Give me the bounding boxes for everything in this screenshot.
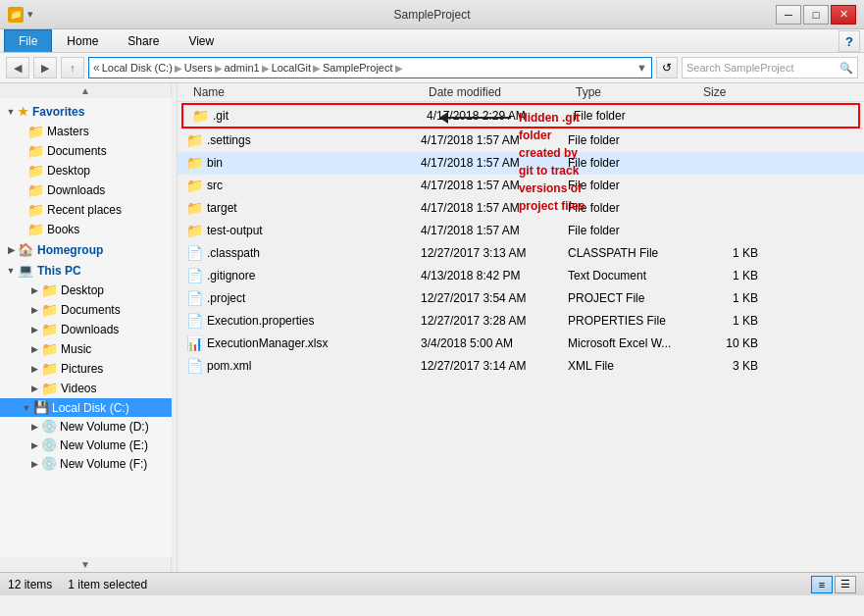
sidebar-item-downloads-fav[interactable]: 📁 Downloads [0, 180, 172, 200]
path-segment-localdisk[interactable]: Local Disk (C:) [102, 62, 173, 74]
file-row-target[interactable]: 📁 target 4/17/2018 1:57 AM File folder [178, 197, 864, 220]
maximize-button[interactable]: □ [803, 5, 829, 25]
sidebar-downloads-pc-label: Downloads [61, 323, 119, 336]
sidebar-newvol-e-label: New Volume (E:) [60, 438, 148, 452]
list-view-button[interactable]: ☰ [835, 576, 856, 593]
documents-fav-folder-icon: 📁 [27, 143, 44, 159]
file-row-gitignore[interactable]: 📄 .gitignore 4/13/2018 8:42 PM Text Docu… [178, 265, 864, 287]
sidebar-item-recent[interactable]: 📁 Recent places [0, 200, 172, 220]
path-segment-sampleproject[interactable]: SampleProject [323, 62, 393, 74]
homegroup-expand-icon: ▶ [4, 243, 18, 257]
file-row-bin[interactable]: 📁 bin 4/17/2018 1:57 AM File folder [178, 152, 864, 175]
localdisk-expand-icon: ▼ [20, 401, 33, 415]
sidebar-localdisk-label: Local Disk (C:) [52, 401, 129, 415]
sidebar-item-books[interactable]: 📁 Books [0, 220, 172, 239]
xlsx-type: Microsoft Excel W... [568, 336, 695, 350]
xlsx-modified: 3/4/2018 5:00 AM [421, 336, 568, 350]
item-count: 12 items [8, 578, 52, 591]
title-bar-controls: ─ □ ✕ [776, 5, 856, 25]
sidebar-item-newvol-f[interactable]: ▶ 💿 New Volume (F:) [0, 454, 172, 473]
file-row-testoutput[interactable]: 📁 test-output 4/17/2018 1:57 AM File fol… [178, 220, 864, 242]
project-type: PROJECT File [568, 291, 695, 305]
path-segment-admin1[interactable]: admin1 [225, 62, 260, 74]
col-header-modified[interactable]: Date modified [429, 85, 576, 99]
file-row-project[interactable]: 📄 .project 12/27/2017 3:54 AM PROJECT Fi… [178, 287, 864, 310]
src-type: File folder [568, 179, 695, 192]
refresh-button[interactable]: ↺ [656, 57, 678, 78]
path-segment-users[interactable]: Users [184, 62, 213, 74]
sidebar-item-localdisk[interactable]: ▼ 💾 Local Disk (C:) [0, 398, 172, 417]
sidebar-desktop-pc-label: Desktop [61, 283, 104, 297]
sidebar-item-documents-pc[interactable]: ▶ 📁 Documents [0, 300, 172, 320]
classpath-type: CLASSPATH File [568, 246, 695, 260]
file-row-xlsx[interactable]: 📊 ExecutionManager.xlsx 3/4/2018 5:00 AM… [178, 333, 864, 355]
file-row-classpath[interactable]: 📄 .classpath 12/27/2017 3:13 AM CLASSPAT… [178, 242, 864, 265]
file-row-src[interactable]: 📁 src 4/17/2018 1:57 AM File folder [178, 175, 864, 197]
favorites-star-icon: ★ [18, 105, 28, 119]
sidebar-section-favorites[interactable]: ▼ ★ Favorites [0, 102, 172, 122]
sidebar-item-documents-fav[interactable]: 📁 Documents [0, 141, 172, 161]
col-header-name[interactable]: Name [193, 85, 429, 99]
tab-file[interactable]: File [4, 29, 52, 52]
forward-button[interactable]: ▶ [33, 57, 57, 78]
newvol-d-expand-icon: ▶ [27, 420, 41, 434]
newvol-f-expand-icon: ▶ [27, 457, 41, 471]
sidebar-item-pictures[interactable]: ▶ 📁 Pictures [0, 359, 172, 379]
sidebar-item-newvol-e[interactable]: ▶ 💿 New Volume (E:) [0, 436, 172, 454]
close-button[interactable]: ✕ [831, 5, 856, 25]
back-button[interactable]: ◀ [6, 57, 29, 78]
tab-view[interactable]: View [174, 29, 229, 52]
src-filename: src [207, 179, 421, 192]
file-row-settings[interactable]: 📁 .settings 4/17/2018 1:57 AM File folde… [178, 129, 864, 152]
git-modified: 4/17/2018 2:29 AM [427, 109, 574, 123]
file-row-git[interactable]: 📁 .git 4/17/2018 2:29 AM File folder [181, 103, 860, 128]
address-path[interactable]: « Local Disk (C:) ▶ Users ▶ admin1 ▶ Loc… [88, 57, 652, 78]
sidebar-music-label: Music [61, 342, 91, 356]
sidebar-item-music[interactable]: ▶ 📁 Music [0, 339, 172, 359]
path-dropdown-icon[interactable]: ▼ [636, 62, 647, 74]
file-row-pom[interactable]: 📄 pom.xml 12/27/2017 3:14 AM XML File 3 … [178, 355, 864, 378]
videos-expand-icon: ▶ [27, 382, 41, 395]
sidebar-section-homegroup[interactable]: ▶ 🏠 Homegroup [0, 239, 172, 260]
xlsx-file-icon: 📊 [185, 334, 203, 352]
sidebar-section-thispc[interactable]: ▼ 💻 This PC [0, 260, 172, 281]
settings-type: File folder [568, 133, 695, 147]
thispc-icon: 💻 [18, 263, 33, 278]
sidebar-item-desktop-fav[interactable]: 📁 Desktop [0, 161, 172, 180]
up-button[interactable]: ↑ [61, 57, 84, 78]
minimize-button[interactable]: ─ [776, 5, 801, 25]
sidebar-scroll-up[interactable]: ▲ [0, 83, 171, 98]
tab-share[interactable]: Share [113, 29, 174, 52]
sidebar-documents-fav-label: Documents [47, 144, 107, 158]
pom-filename: pom.xml [207, 359, 421, 373]
sidebar-documents-pc-label: Documents [61, 303, 121, 317]
help-button[interactable]: ? [839, 30, 860, 52]
col-header-type[interactable]: Type [576, 85, 703, 99]
downloads-pc-folder-icon: 📁 [41, 322, 58, 337]
status-left: 12 items 1 item selected [8, 578, 147, 591]
sidebar-item-masters[interactable]: 📁 Masters [0, 122, 172, 141]
sidebar-item-videos[interactable]: ▶ 📁 Videos [0, 379, 172, 398]
execution-props-file-icon: 📄 [185, 312, 203, 330]
search-box[interactable]: Search SampleProject 🔍 [682, 57, 858, 78]
main-layout: ▲ ▼ ★ Favorites 📁 Masters 📁 Documents 📁 … [0, 83, 864, 572]
tab-home[interactable]: Home [52, 29, 113, 52]
masters-folder-icon: 📁 [27, 124, 44, 139]
gitignore-filename: .gitignore [207, 269, 421, 282]
pom-file-icon: 📄 [185, 357, 203, 375]
sidebar-item-newvol-d[interactable]: ▶ 💿 New Volume (D:) [0, 417, 172, 436]
pom-modified: 12/27/2017 3:14 AM [421, 359, 568, 373]
sidebar-item-desktop-pc[interactable]: ▶ 📁 Desktop [0, 281, 172, 300]
col-header-size[interactable]: Size [703, 85, 782, 99]
ribbon-tabs: File Home Share View ? [0, 29, 864, 52]
documents-pc-folder-icon: 📁 [41, 302, 58, 318]
execution-props-modified: 12/27/2017 3:28 AM [421, 314, 568, 328]
quick-access: ▾ [27, 8, 33, 21]
path-segment-localgit[interactable]: LocalGit [272, 62, 311, 74]
details-view-button[interactable]: ≡ [811, 576, 833, 593]
column-headers: Name Date modified Type Size [178, 83, 864, 102]
sidebar-item-downloads-pc[interactable]: ▶ 📁 Downloads [0, 320, 172, 339]
sidebar: ▼ ★ Favorites 📁 Masters 📁 Documents 📁 De… [0, 98, 172, 557]
sidebar-scroll-down[interactable]: ▼ [0, 557, 171, 572]
file-row-execution-props[interactable]: 📄 Execution.properties 12/27/2017 3:28 A… [178, 310, 864, 333]
